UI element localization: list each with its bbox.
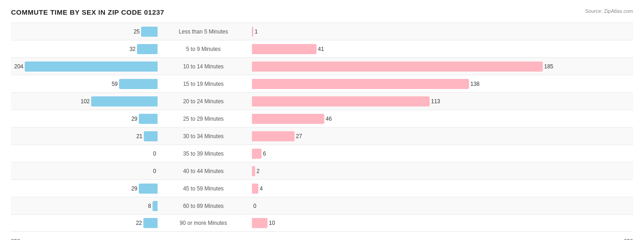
left-section: 8 — [11, 197, 158, 214]
left-section: 59 — [11, 75, 158, 92]
female-value: 6 — [263, 151, 266, 157]
left-bar: 22 — [143, 218, 158, 228]
row-label: 90 or more Minutes — [158, 220, 249, 226]
bar-row: 0 40 to 44 Minutes 2 — [11, 162, 633, 179]
bar-row: 59 15 to 19 Minutes 138 — [11, 75, 633, 92]
right-section: 6 — [249, 145, 633, 162]
male-value: 32 — [130, 46, 136, 52]
left-bar: 21 — [144, 131, 158, 141]
male-value: 0 — [153, 168, 156, 174]
row-label: 15 to 19 Minutes — [158, 81, 249, 87]
left-bar: 29 — [139, 114, 158, 124]
left-section: 25 — [11, 23, 158, 40]
row-label: 25 to 29 Minutes — [158, 116, 249, 122]
male-value: 204 — [14, 63, 23, 70]
female-value: 138 — [470, 81, 480, 87]
right-section: 138 — [249, 75, 633, 92]
bar-row: 29 45 to 59 Minutes 4 — [11, 179, 633, 197]
bar-row: 102 20 to 24 Minutes 113 — [11, 92, 633, 110]
left-section: 0 — [11, 162, 158, 179]
female-value: 2 — [257, 168, 260, 174]
bar-row: 0 35 to 39 Minutes 6 — [11, 145, 633, 162]
bar-row: 8 60 to 89 Minutes 0 — [11, 197, 633, 214]
left-section: 102 — [11, 93, 158, 110]
row-label: 5 to 9 Minutes — [158, 46, 249, 52]
female-value: 0 — [253, 203, 257, 209]
bar-row: 29 25 to 29 Minutes 46 — [11, 110, 633, 127]
axis-left: 250 — [11, 238, 20, 240]
right-bar: 138 — [252, 79, 469, 89]
right-section: 113 — [249, 93, 633, 110]
male-value: 29 — [131, 185, 137, 192]
female-value: 4 — [260, 185, 263, 192]
male-value: 59 — [112, 81, 118, 87]
male-value: 0 — [153, 151, 156, 157]
right-bar: 46 — [252, 114, 324, 124]
right-bar: 4 — [252, 184, 258, 194]
bottom-area: 250 Male Female 250 — [11, 236, 633, 240]
bar-row: 21 30 to 34 Minutes 27 — [11, 127, 633, 145]
right-section: 2 — [249, 162, 633, 179]
row-label: 60 to 89 Minutes — [158, 203, 249, 209]
left-bar: 204 — [25, 61, 158, 72]
left-section: 204 — [11, 58, 158, 75]
row-label: 30 to 34 Minutes — [158, 133, 249, 140]
male-value: 25 — [134, 28, 140, 35]
right-bar: 10 — [252, 218, 267, 228]
male-value: 21 — [136, 133, 142, 140]
left-bar: 32 — [137, 44, 158, 54]
bar-row: 32 5 to 9 Minutes 41 — [11, 40, 633, 57]
row-label: 45 to 59 Minutes — [158, 185, 249, 192]
right-bar: 6 — [252, 149, 262, 159]
row-label: 35 to 39 Minutes — [158, 151, 249, 157]
right-bar: 41 — [252, 44, 317, 54]
left-bar: 29 — [139, 184, 158, 194]
left-section: 32 — [11, 40, 158, 57]
right-section: 0 — [249, 197, 633, 214]
axis-right: 250 — [624, 238, 633, 240]
male-value: 8 — [148, 203, 151, 209]
left-section: 29 — [11, 110, 158, 127]
female-value: 46 — [326, 116, 332, 122]
bar-row: 204 10 to 14 Minutes 185 — [11, 57, 633, 75]
right-section: 46 — [249, 110, 633, 127]
left-bar: 8 — [153, 201, 158, 211]
row-label: 20 to 24 Minutes — [158, 98, 249, 105]
female-value: 27 — [296, 133, 302, 140]
bar-row: 22 90 or more Minutes 10 — [11, 214, 633, 232]
female-value: 41 — [318, 46, 324, 52]
left-bar: 102 — [91, 96, 158, 106]
bar-row: 25 Less than 5 Minutes 1 — [11, 22, 633, 40]
female-value: 113 — [431, 98, 440, 105]
right-bar: 1 — [252, 27, 253, 37]
female-value: 185 — [544, 63, 553, 70]
row-label: Less than 5 Minutes — [158, 28, 249, 35]
male-value: 29 — [131, 116, 137, 122]
female-value: 1 — [255, 28, 258, 35]
right-section: 27 — [249, 128, 633, 145]
right-bar: 2 — [252, 166, 255, 176]
right-bar: 27 — [252, 131, 295, 141]
row-label: 40 to 44 Minutes — [158, 168, 249, 174]
right-section: 10 — [249, 215, 633, 231]
right-bar: 113 — [252, 96, 430, 106]
left-section: 29 — [11, 180, 158, 197]
left-section: 0 — [11, 145, 158, 162]
right-section: 4 — [249, 180, 633, 197]
female-value: 10 — [269, 220, 275, 226]
left-bar: 25 — [141, 27, 158, 37]
male-value: 22 — [136, 220, 142, 226]
left-section: 22 — [11, 215, 158, 231]
chart-title: COMMUTE TIME BY SEX IN ZIP CODE 01237 — [11, 8, 633, 16]
source-label: Source: ZipAtlas.com — [585, 8, 633, 14]
chart-rows: 25 Less than 5 Minutes 1 32 5 to 9 Minut… — [11, 22, 633, 232]
right-section: 185 — [249, 58, 633, 75]
right-bar: 185 — [252, 61, 543, 72]
left-section: 21 — [11, 128, 158, 145]
left-bar: 59 — [119, 79, 158, 89]
male-value: 102 — [81, 98, 90, 105]
row-label: 10 to 14 Minutes — [158, 63, 249, 70]
chart-container: COMMUTE TIME BY SEX IN ZIP CODE 01237 So… — [0, 0, 644, 240]
right-section: 41 — [249, 40, 633, 57]
right-section: 1 — [249, 23, 633, 40]
